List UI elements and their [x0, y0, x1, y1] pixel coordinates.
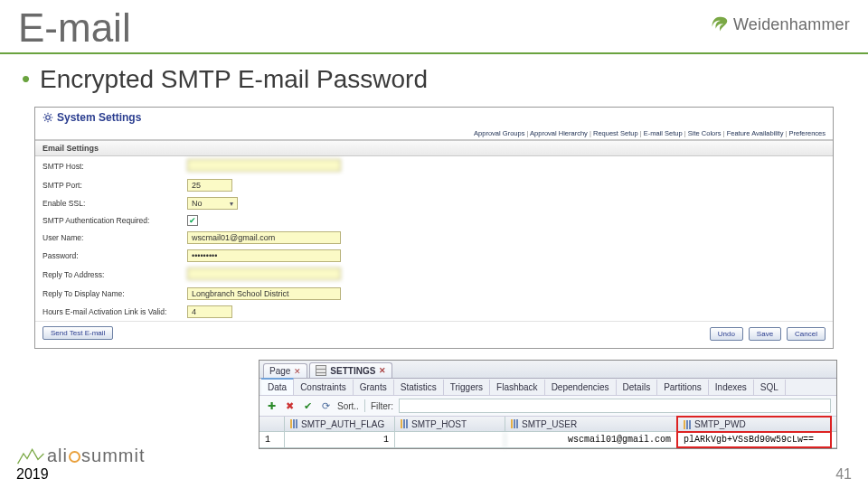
- nav-feature-availability[interactable]: Feature Availability: [727, 129, 789, 137]
- summit-logo: alisummit 2019: [16, 446, 145, 483]
- cancel-button[interactable]: Cancel: [787, 327, 826, 341]
- system-settings-panel: System Settings Approval Groups Approval…: [34, 107, 834, 349]
- ring-icon: [69, 451, 80, 463]
- reply-name-input[interactable]: Longbranch School District: [187, 287, 341, 300]
- svg-point-0: [46, 116, 51, 120]
- nav-request-setup[interactable]: Request Setup: [593, 129, 644, 137]
- col-smtp-host[interactable]: SMTP_HOST: [395, 417, 505, 431]
- svg-line-6: [51, 120, 52, 121]
- subtab-dependencies[interactable]: Dependencies: [545, 380, 617, 395]
- filter-input[interactable]: [399, 399, 831, 413]
- reply-address-input[interactable]: [187, 267, 341, 280]
- svg-line-8: [51, 114, 52, 115]
- page-number: 41: [835, 466, 852, 483]
- hours-valid-input[interactable]: 4: [187, 305, 232, 318]
- swirl-icon: [710, 14, 730, 34]
- gear-icon: [42, 112, 53, 123]
- subtab-sql[interactable]: SQL: [754, 380, 786, 395]
- subtab-triggers[interactable]: Triggers: [444, 380, 490, 395]
- row-marker-header: [259, 417, 285, 431]
- delete-row-icon[interactable]: ✖: [283, 399, 296, 412]
- commit-icon[interactable]: ✔: [301, 399, 314, 412]
- auth-required-checkbox[interactable]: [187, 215, 198, 226]
- slide-title: E-mail: [18, 5, 131, 51]
- db-tool-panel: Page✕ SETTINGS✕ Data Constraints Grants …: [259, 360, 837, 449]
- section-header: Email Settings: [35, 140, 833, 156]
- refresh-icon[interactable]: ⟳: [319, 399, 332, 412]
- panel-title-text: System Settings: [57, 111, 141, 124]
- hours-valid-label: Hours E-mail Activation Link is Valid:: [42, 307, 187, 316]
- col-smtp-user[interactable]: SMTP_USER: [505, 417, 677, 431]
- subtab-partitions[interactable]: Partitions: [657, 380, 709, 395]
- smtp-port-input[interactable]: 25: [187, 179, 232, 192]
- table-icon: [316, 365, 326, 376]
- subtab-statistics[interactable]: Statistics: [394, 380, 444, 395]
- reply-address-label: Reply To Address:: [42, 270, 187, 279]
- nav-preferences[interactable]: Preferences: [789, 129, 826, 137]
- nav-email-setup[interactable]: E-mail Setup: [644, 129, 688, 137]
- settings-nav: Approval Groups Approval Hierarchy Reque…: [35, 127, 833, 140]
- summit-word-prefix: ali: [47, 446, 68, 466]
- smtp-port-label: SMTP Port:: [42, 181, 187, 190]
- header-divider: [0, 52, 868, 54]
- col-label: SMTP_HOST: [411, 419, 467, 429]
- grid-header: SMTP_AUTH_FLAG SMTP_HOST SMTP_USER SMTP_…: [259, 417, 836, 432]
- save-button[interactable]: Save: [749, 327, 781, 341]
- reply-name-label: Reply To Display Name:: [42, 289, 187, 298]
- brand-name: Weidenhammer: [733, 15, 850, 34]
- svg-line-5: [44, 114, 45, 115]
- send-test-email-button[interactable]: Send Test E-mail: [42, 326, 113, 340]
- summit-word-suffix: summit: [81, 446, 145, 466]
- col-smtp-auth-flag[interactable]: SMTP_AUTH_FLAG: [285, 417, 395, 431]
- close-icon[interactable]: ✕: [379, 366, 386, 375]
- subtab-grants[interactable]: Grants: [354, 380, 394, 395]
- password-input[interactable]: •••••••••: [187, 249, 341, 262]
- tab-settings-label: SETTINGS: [330, 366, 375, 376]
- tab-page-label: Page: [269, 366, 290, 376]
- smtp-host-input[interactable]: [187, 159, 341, 172]
- user-name-label: User Name:: [42, 233, 187, 242]
- nav-approval-groups[interactable]: Approval Groups: [474, 129, 530, 137]
- brand-logo: Weidenhammer: [710, 14, 850, 34]
- user-name-input[interactable]: wscmail01@gmail.com: [187, 231, 341, 244]
- password-label: Password:: [42, 251, 187, 260]
- panel-title: System Settings: [35, 108, 833, 127]
- tab-settings[interactable]: SETTINGS✕: [309, 362, 392, 378]
- tab-page[interactable]: Page✕: [263, 363, 307, 378]
- undo-button[interactable]: Undo: [710, 327, 743, 341]
- subtab-constraints[interactable]: Constraints: [294, 380, 354, 395]
- svg-line-7: [44, 120, 45, 121]
- subtab-flashback[interactable]: Flashback: [490, 380, 545, 395]
- grid-toolbar: ✚ ✖ ✔ ⟳ Sort.. Filter:: [259, 396, 836, 417]
- subtabs: Data Constraints Grants Statistics Trigg…: [259, 379, 836, 396]
- sort-label[interactable]: Sort..: [337, 401, 359, 411]
- col-label: SMTP_USER: [522, 419, 577, 429]
- bullet-text: Encrypted SMTP E-mail Password: [0, 65, 868, 107]
- subtab-data[interactable]: Data: [261, 378, 294, 395]
- smtp-host-label: SMTP Host:: [42, 162, 187, 171]
- object-tabs: Page✕ SETTINGS✕: [259, 361, 836, 379]
- summit-year: 2019: [16, 466, 145, 483]
- filter-label: Filter:: [371, 401, 393, 411]
- subtab-details[interactable]: Details: [617, 380, 658, 395]
- enable-ssl-select[interactable]: No: [187, 197, 238, 210]
- col-label: SMTP_PWD: [694, 419, 746, 429]
- close-icon[interactable]: ✕: [294, 367, 301, 376]
- nav-site-colors[interactable]: Site Colors: [688, 129, 727, 137]
- enable-ssl-label: Enable SSL:: [42, 199, 187, 208]
- col-label: SMTP_AUTH_FLAG: [301, 419, 384, 429]
- nav-approval-hierarchy[interactable]: Approval Hierarchy: [530, 129, 593, 137]
- col-smtp-pwd[interactable]: SMTP_PWD: [676, 416, 832, 432]
- auth-required-label: SMTP Authentication Required:: [42, 216, 187, 225]
- add-row-icon[interactable]: ✚: [265, 399, 278, 412]
- subtab-indexes[interactable]: Indexes: [709, 380, 754, 395]
- mountain-icon: [16, 446, 45, 466]
